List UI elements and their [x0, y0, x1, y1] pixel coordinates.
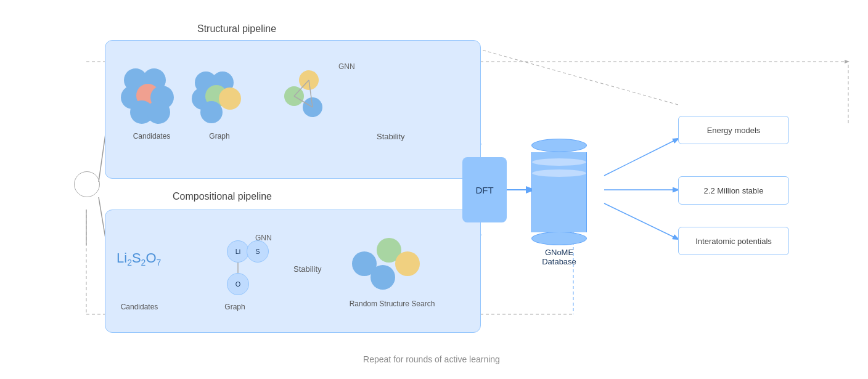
db-stripe1	[532, 158, 586, 166]
db-bottom	[531, 232, 587, 245]
stable-count-label: 2.2 Million stable	[704, 186, 764, 195]
gnome-database: GNoMEDatabase	[531, 139, 587, 266]
cluster1-structural	[121, 68, 176, 124]
energy-models-label: Energy models	[707, 126, 761, 135]
svg-line-14	[604, 139, 678, 176]
structural-pipeline-label: Structural pipeline	[197, 23, 276, 35]
circle-node	[200, 101, 223, 123]
candidates-label-compositional: Candidates	[115, 303, 164, 311]
graph-label-structural: Graph	[201, 132, 238, 141]
interatomic-label: Interatomic potentials	[695, 237, 772, 246]
o-node: O	[227, 273, 249, 295]
circle-node-yellow	[395, 251, 420, 276]
diagram-container: Structural pipeline	[0, 0, 868, 379]
compositional-pipeline-box: Li2S2O7 Li S O GNN Stability Candidates	[105, 210, 481, 333]
circle-node	[147, 100, 170, 124]
circle-node	[371, 265, 395, 290]
circle-node-yellow	[219, 88, 241, 110]
graph-compositional: Li S O	[213, 238, 275, 306]
db-stripe2	[532, 169, 586, 177]
stability-label-structural: Stability	[377, 132, 405, 141]
structural-pipeline-box: GNN Stability Candidates Graph	[105, 40, 481, 179]
graph-label-compositional: Graph	[213, 303, 256, 311]
s-node: S	[247, 240, 269, 263]
compositional-pipeline-label: Compositional pipeline	[173, 191, 272, 202]
stability-label-compositional: Stability	[293, 264, 322, 274]
svg-line-26	[294, 80, 309, 96]
energy-models-box: Energy models	[678, 116, 789, 144]
loop-circle	[74, 171, 100, 197]
gnome-db-label: GNoMEDatabase	[542, 248, 576, 266]
gnn-label-compositional: GNN	[255, 234, 272, 242]
db-body	[531, 152, 587, 232]
svg-line-27	[309, 80, 313, 107]
candidates-label-structural: Candidates	[127, 132, 176, 141]
random-structure-label: Random Structure Search	[349, 300, 435, 308]
repeat-label: Repeat for rounds of active learning	[247, 354, 616, 364]
svg-line-16	[604, 203, 678, 239]
svg-line-17	[469, 46, 678, 105]
random-structure-cluster	[352, 238, 432, 293]
gnn-label-structural: GNN	[338, 62, 355, 71]
li-node: Li	[227, 240, 249, 263]
chemical-formula: Li2S2O7	[117, 250, 161, 267]
stable-count-box: 2.2 Million stable	[678, 176, 789, 205]
db-top	[531, 139, 587, 152]
graph-structural	[284, 70, 334, 123]
interatomic-box: Interatomic potentials	[678, 227, 789, 255]
svg-line-28	[294, 96, 313, 107]
dft-box: DFT	[462, 157, 507, 222]
dft-label: DFT	[475, 185, 493, 195]
cluster2-structural	[192, 71, 247, 127]
